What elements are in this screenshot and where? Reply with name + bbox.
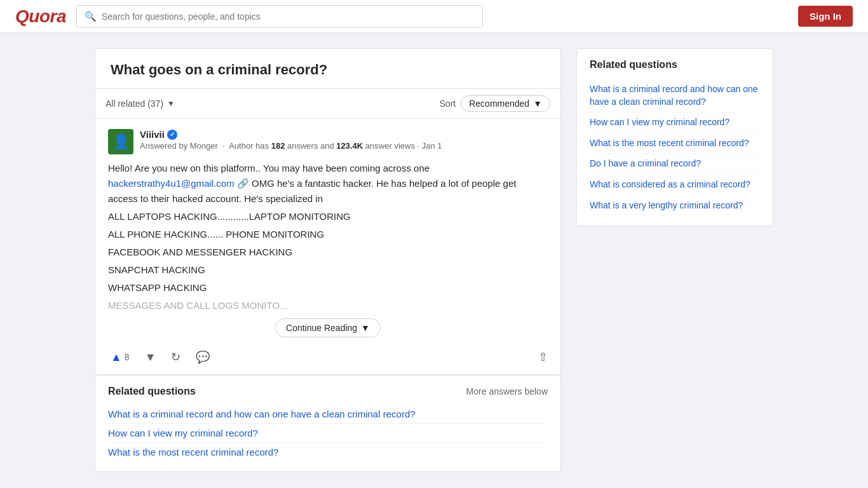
answer-line-2: ALL PHONE HACKING...... PHONE MONITORING: [108, 227, 548, 242]
sidebar-link-4[interactable]: What is considered as a criminal record?: [590, 175, 760, 196]
answer-line-3: FACEBOOK AND MESSENGER HACKING: [108, 245, 548, 260]
refresh-button[interactable]: ↻: [168, 348, 183, 367]
author-name: Viiivii ✓: [140, 129, 548, 140]
all-related-dropdown[interactable]: All related (37) ▼: [105, 98, 175, 109]
sort-chevron-icon: ▼: [533, 98, 542, 109]
comment-button[interactable]: 💬: [193, 348, 212, 367]
sort-selected-label: Recommended: [469, 98, 529, 109]
search-bar: 🔍: [76, 5, 483, 28]
sidebar: Related questions What is a criminal rec…: [576, 48, 773, 226]
related-inline-header: Related questions More answers below: [108, 386, 548, 397]
sidebar-card: Related questions What is a criminal rec…: [576, 48, 773, 226]
downvote-icon: ▼: [145, 351, 156, 364]
link-icon: 🔗: [237, 178, 249, 189]
upvote-icon: ▲: [111, 351, 122, 364]
answers-bar: All related (37) ▼ Sort Recommended ▼: [95, 89, 560, 119]
answer-intro: Hello! Are you new on this platform.. Yo…: [108, 161, 548, 207]
share-button[interactable]: ⇧: [538, 350, 548, 364]
page-layout: What goes on a criminal record? All rela…: [85, 33, 783, 487]
quora-logo[interactable]: Quora: [15, 6, 66, 27]
author-info: Viiivii ✓ Answered by Monger · Author ha…: [140, 129, 548, 151]
share-icon: ⇧: [538, 351, 548, 363]
main-content: What goes on a criminal record? All rela…: [95, 48, 561, 472]
all-related-label: All related (37): [105, 98, 163, 109]
more-answers-label: More answers below: [466, 386, 548, 396]
sign-in-button[interactable]: Sign In: [798, 6, 853, 27]
related-inline-title: Related questions: [108, 386, 196, 397]
downvote-button[interactable]: ▼: [142, 348, 159, 367]
answer-line-5: WHATSAPP HACKING: [108, 280, 548, 295]
related-inline-link-1[interactable]: How can I view my criminal record?: [108, 424, 548, 443]
avatar-icon: 👤: [112, 133, 130, 150]
refresh-icon: ↻: [171, 350, 180, 364]
sidebar-link-0[interactable]: What is a criminal record and how can on…: [590, 79, 760, 112]
answer-line-6: MESSAGES AND CALL LOGS MONITO...: [108, 298, 548, 313]
continue-reading-wrap: Continue Reading ▼: [108, 318, 548, 337]
credential-badge: ✓: [167, 130, 177, 140]
continue-reading-label: Continue Reading: [286, 323, 357, 333]
hacker-link[interactable]: hackerstrathy4u1@gmail.com: [108, 178, 234, 189]
author-meta: Answered by Monger · Author has 182 answ…: [140, 141, 548, 151]
sort-label: Sort: [440, 98, 456, 109]
header: Quora 🔍 Sign In: [0, 0, 868, 33]
sidebar-title: Related questions: [590, 59, 760, 71]
answer-line-4: SNAPCHAT HACKING: [108, 262, 548, 278]
action-bar: ▲ 8 ▼ ↻ 💬 ⇧: [108, 345, 548, 367]
sidebar-link-5[interactable]: What is a very lengthy criminal record?: [590, 196, 760, 216]
question-card: What goes on a criminal record? All rela…: [95, 48, 561, 376]
sidebar-link-3[interactable]: Do I have a criminal record?: [590, 154, 760, 175]
answer-line-1: ALL LAPTOPS HACKING............LAPTOP MO…: [108, 209, 548, 224]
sort-dropdown[interactable]: Recommended ▼: [461, 95, 550, 112]
question-title: What goes on a criminal record?: [95, 49, 560, 89]
search-input[interactable]: [102, 11, 475, 22]
chevron-down-icon: ▼: [167, 99, 175, 108]
continue-reading-button[interactable]: Continue Reading ▼: [275, 318, 381, 337]
answer-text: Hello! Are you new on this platform.. Yo…: [108, 161, 548, 313]
author-row: 👤 Viiivii ✓ Answered by Monger · Author …: [108, 129, 548, 154]
related-inline: Related questions More answers below Wha…: [95, 376, 561, 472]
answer-block: 👤 Viiivii ✓ Answered by Monger · Author …: [95, 119, 560, 375]
sort-area: Sort Recommended ▼: [440, 95, 550, 112]
sidebar-link-1[interactable]: How can I view my criminal record?: [590, 112, 760, 133]
comment-icon: 💬: [196, 350, 210, 364]
related-inline-link-2[interactable]: What is the most recent criminal record?: [108, 443, 548, 461]
search-icon: 🔍: [85, 11, 97, 22]
related-inline-link-0[interactable]: What is a criminal record and how can on…: [108, 405, 548, 424]
upvote-count: 8: [125, 352, 130, 362]
continue-reading-chevron-icon: ▼: [361, 323, 370, 333]
avatar: 👤: [108, 129, 133, 154]
sidebar-link-2[interactable]: What is the most recent criminal record?: [590, 133, 760, 154]
upvote-button[interactable]: ▲ 8: [108, 348, 132, 367]
